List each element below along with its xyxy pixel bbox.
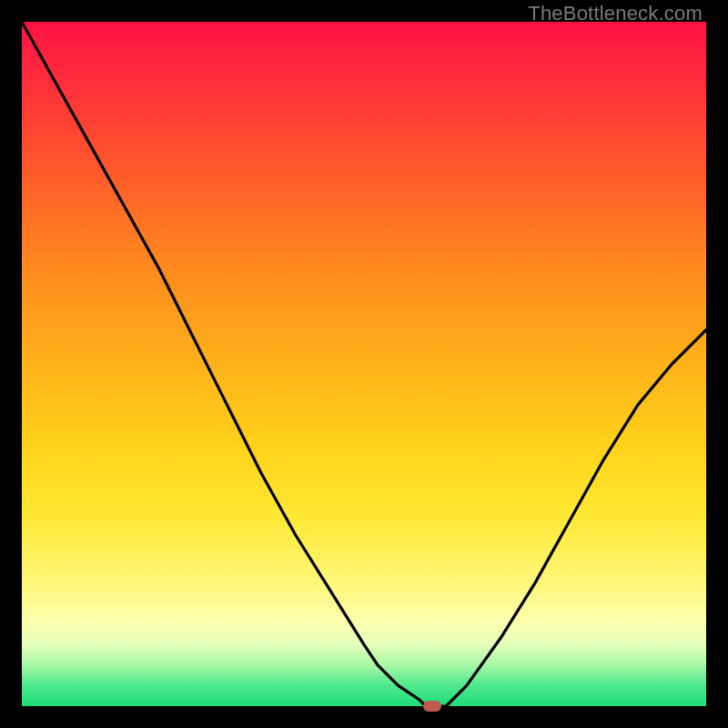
curve-line — [22, 22, 706, 706]
plot-area — [22, 22, 706, 706]
chart-frame: TheBottleneck.com — [0, 0, 728, 728]
bottleneck-curve — [22, 22, 706, 706]
optimum-marker — [423, 701, 441, 712]
